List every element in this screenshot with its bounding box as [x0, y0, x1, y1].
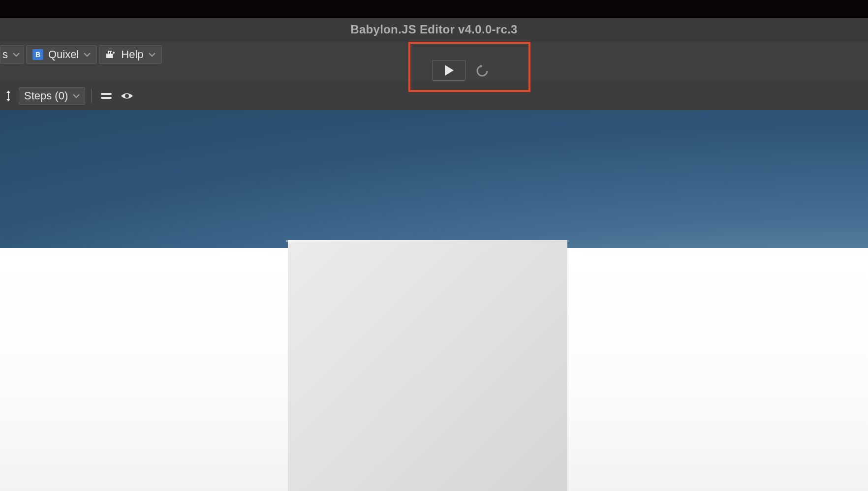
chevron-down-icon	[149, 52, 155, 57]
svg-point-4	[113, 52, 115, 54]
title-bar: Babylon.JS Editor v4.0.0-rc.3	[0, 18, 868, 41]
chevron-down-icon	[13, 52, 20, 57]
scene-cube	[288, 240, 567, 491]
visibility-button[interactable]	[118, 87, 136, 105]
vertical-arrow-icon	[5, 90, 12, 102]
svg-rect-6	[101, 93, 112, 95]
menu-quixel-label: Quixel	[48, 48, 79, 61]
svg-point-8	[125, 94, 129, 98]
steps-label: Steps (0)	[24, 90, 68, 102]
svg-rect-3	[108, 51, 112, 52]
eye-icon	[120, 92, 134, 100]
play-icon	[443, 64, 455, 77]
separator	[91, 89, 92, 103]
menu-help-label: Help	[121, 48, 143, 61]
reset-icon	[475, 64, 489, 78]
svg-rect-7	[101, 97, 112, 99]
vertical-arrow-button[interactable]	[1, 87, 16, 105]
window-top-black	[0, 0, 868, 18]
chevron-down-icon	[84, 52, 91, 57]
steps-dropdown[interactable]: Steps (0)	[19, 87, 85, 105]
menu-item-partial[interactable]: s	[0, 45, 24, 64]
menu-item-help[interactable]: Help	[99, 45, 161, 64]
help-icon	[105, 50, 116, 60]
play-button[interactable]	[432, 60, 465, 81]
window-title: Babylon.JS Editor v4.0.0-rc.3	[350, 23, 518, 36]
svg-rect-5	[8, 92, 9, 99]
menu-partial-letter: s	[2, 48, 8, 61]
chevron-down-icon	[73, 93, 80, 98]
reset-button[interactable]	[473, 62, 491, 80]
equals-button[interactable]	[97, 87, 115, 105]
menu-item-quixel[interactable]: B Quixel	[26, 45, 97, 64]
svg-rect-0	[106, 54, 113, 58]
sub-toolbar: Steps (0)	[0, 81, 868, 110]
scene-viewport[interactable]	[0, 110, 868, 491]
quixel-icon: B	[32, 49, 43, 60]
menu-left-group: s B Quixel Help	[0, 45, 162, 64]
equals-icon	[100, 92, 112, 99]
